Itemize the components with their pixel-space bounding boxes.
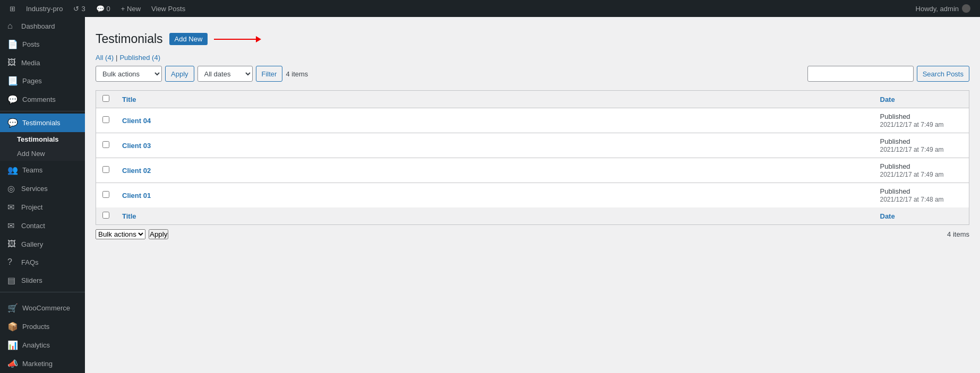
apply-button-bottom[interactable]: Apply <box>149 229 168 239</box>
date-filter-select[interactable]: All dates <box>197 66 253 82</box>
col-date-footer-label: Date <box>880 212 895 220</box>
row-checkbox-cell <box>96 133 116 158</box>
row-date-cell: Published 2021/12/17 at 7:49 am <box>874 108 969 133</box>
apply-label-bottom: Apply <box>150 230 167 238</box>
avatar <box>962 4 970 13</box>
bulk-actions-select-bottom[interactable]: Bulk actions <box>96 229 145 239</box>
sidebar-item-comments[interactable]: 💬 Comments <box>0 90 85 109</box>
filter-published-anchor[interactable]: Published (4) <box>119 54 160 62</box>
woocommerce-icon: 🛒 <box>7 303 18 313</box>
sidebar-item-label: Marketing <box>22 360 53 368</box>
admin-bar: ⊞ Industry-pro ↺ 3 💬 0 + New View Posts … <box>0 0 980 17</box>
bulk-actions-select[interactable]: Bulk actions <box>96 66 162 82</box>
products-icon: 📦 <box>7 322 18 332</box>
search-posts-button[interactable]: Search Posts <box>917 66 969 82</box>
post-title-link[interactable]: Client 01 <box>122 192 151 199</box>
filter-button[interactable]: Filter <box>256 66 283 82</box>
adminbar-comments[interactable]: 💬 0 <box>91 0 116 17</box>
sidebar-item-testimonials[interactable]: 💬 Testimonials <box>0 114 85 132</box>
row-checkbox[interactable] <box>102 116 109 123</box>
adminbar-view-posts[interactable]: View Posts <box>146 0 191 17</box>
col-title-link[interactable]: Title <box>122 96 136 103</box>
top-controls: Bulk actions Apply All dates Filter 4 it… <box>96 66 969 87</box>
adminbar-site-name[interactable]: Industry-pro <box>21 0 68 17</box>
col-date-footer-link[interactable]: Date <box>880 212 895 220</box>
dashboard-icon: ⌂ <box>7 21 17 31</box>
comments-count: 0 <box>107 5 110 13</box>
add-new-button[interactable]: Add New <box>169 33 208 45</box>
sidebar-item-sliders[interactable]: ▤ Sliders <box>0 271 85 290</box>
date-status: Published <box>880 137 910 145</box>
add-new-label: Add New <box>175 35 203 43</box>
sidebar-item-project[interactable]: ✉ Project <box>0 198 85 216</box>
search-posts-label: Search Posts <box>923 70 964 78</box>
col-title-label: Title <box>122 96 136 103</box>
sliders-icon: ▤ <box>7 275 17 285</box>
submenu-testimonials-add[interactable]: Add New <box>0 146 85 161</box>
sidebar-item-label: Posts <box>22 40 40 48</box>
sidebar-item-faqs[interactable]: ? FAQs <box>0 253 85 271</box>
filter-all-link[interactable]: All (4) <box>96 54 114 62</box>
submenu-testimonials-main[interactable]: Testimonials <box>0 132 85 146</box>
post-title-link[interactable]: Client 02 <box>122 167 151 175</box>
sidebar-item-gallery[interactable]: 🖼 Gallery <box>0 235 85 253</box>
select-all-checkbox-footer[interactable] <box>102 212 109 219</box>
media-icon: 🖼 <box>7 58 17 67</box>
table-header-row: Title Date <box>96 91 969 108</box>
sidebar-item-woocommerce[interactable]: 🛒 WooCommerce <box>0 299 85 317</box>
sidebar-item-label: Testimonials <box>22 119 61 127</box>
select-all-checkbox[interactable] <box>102 95 109 102</box>
post-title-link[interactable]: Client 04 <box>122 117 151 125</box>
howdy-text: Howdy, admin <box>916 5 959 13</box>
sidebar-item-marketing[interactable]: 📣 Marketing <box>0 354 85 373</box>
sidebar-item-label: Comments <box>22 96 56 103</box>
adminbar-new[interactable]: + New <box>116 0 146 17</box>
pages-icon: 📃 <box>7 76 18 86</box>
items-count-top: 4 items <box>286 70 308 78</box>
sidebar-item-contact[interactable]: ✉ Contact <box>0 216 85 235</box>
row-checkbox[interactable] <box>102 191 109 198</box>
date-time: 2021/12/17 at 7:49 am <box>880 171 944 178</box>
row-checkbox-cell <box>96 108 116 133</box>
search-input[interactable] <box>807 66 914 82</box>
col-check-header <box>96 91 116 108</box>
table-row: Client 01 Published 2021/12/17 at 7:48 a… <box>96 183 969 208</box>
col-title-footer-label: Title <box>122 212 136 220</box>
sidebar-item-dashboard[interactable]: ⌂ Dashboard <box>0 17 85 35</box>
comments-icon: 💬 <box>96 5 105 13</box>
adminbar-revisions[interactable]: ↺ 3 <box>68 0 90 17</box>
sidebar-item-teams[interactable]: 👥 Teams <box>0 161 85 179</box>
sidebar-separator-2 <box>0 292 85 292</box>
row-title-cell: Client 04 <box>116 108 874 133</box>
post-title-link[interactable]: Client 03 <box>122 142 151 150</box>
sidebar-item-products[interactable]: 📦 Products <box>0 317 85 336</box>
col-title-footer-link[interactable]: Title <box>122 212 136 220</box>
adminbar-wp-logo[interactable]: ⊞ <box>4 0 21 17</box>
sidebar-item-media[interactable]: 🖼 Media <box>0 54 85 72</box>
testimonials-submenu: Testimonials Add New <box>0 132 85 161</box>
adminbar-howdy[interactable]: Howdy, admin <box>910 4 976 13</box>
col-date-link[interactable]: Date <box>880 96 895 103</box>
sidebar-item-label: Pages <box>22 77 42 85</box>
col-title-footer: Title <box>116 207 874 225</box>
bottom-filter-bar: Bulk actions Apply 4 items <box>96 229 969 239</box>
contact-icon: ✉ <box>7 221 17 231</box>
row-checkbox[interactable] <box>102 166 109 173</box>
sidebar-item-analytics[interactable]: 📊 Analytics <box>0 336 85 354</box>
arrow-head <box>256 36 261 42</box>
teams-icon: 👥 <box>7 165 18 175</box>
filter-published-link[interactable]: Published (4) <box>119 54 160 62</box>
row-date-cell: Published 2021/12/17 at 7:49 am <box>874 133 969 158</box>
analytics-icon: 📊 <box>7 340 18 350</box>
submenu-label: Testimonials <box>17 135 59 143</box>
sidebar-item-label: Dashboard <box>21 22 55 30</box>
apply-button[interactable]: Apply <box>165 66 194 82</box>
filter-all-anchor[interactable]: All (4) <box>96 54 114 62</box>
sidebar-item-pages[interactable]: 📃 Pages <box>0 72 85 90</box>
sidebar-item-posts[interactable]: 📄 Posts <box>0 35 85 54</box>
col-date-footer: Date <box>874 207 969 225</box>
gallery-icon: 🖼 <box>7 239 17 249</box>
sidebar-item-services[interactable]: ◎ Services <box>0 179 85 198</box>
row-checkbox[interactable] <box>102 141 109 148</box>
testimonials-icon: 💬 <box>7 118 18 128</box>
